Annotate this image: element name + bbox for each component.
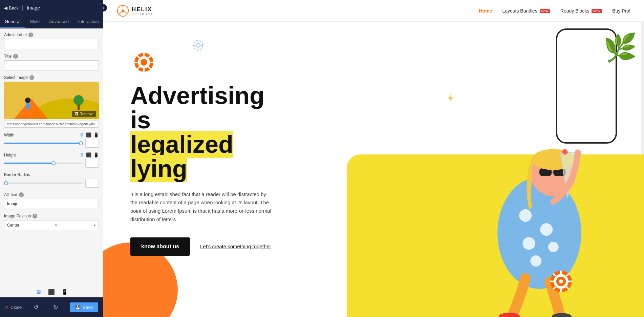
height-desktop-icon[interactable]: 🖥 (80, 152, 84, 157)
svg-point-8 (122, 9, 124, 12)
alt-text-help-icon[interactable]: ? (19, 192, 24, 197)
tab-general[interactable]: General (0, 16, 25, 28)
select-image-label: Select Image ? (4, 75, 99, 80)
preview-desktop-icon[interactable]: 🖥 (35, 289, 41, 296)
svg-point-39 (562, 149, 568, 155)
close-button[interactable]: ✕ Close (5, 305, 22, 310)
width-label: Width (4, 133, 80, 138)
admin-label-input[interactable] (4, 39, 99, 49)
width-slider-row: 1885 (4, 139, 99, 148)
width-group: Width 🖥 ⬛ 📱 1885 (4, 132, 99, 148)
width-row: Width 🖥 ⬛ 📱 (4, 132, 99, 138)
image-position-help-icon[interactable]: ? (33, 214, 37, 218)
title-input[interactable] (4, 60, 99, 70)
width-slider-thumb[interactable] (79, 141, 83, 145)
height-tablet-icon[interactable]: ⬛ (86, 152, 91, 157)
height-mobile-icon[interactable]: 📱 (93, 152, 99, 157)
character-svg (421, 51, 644, 317)
logo-text-group: HELIX ULTIMATE (132, 6, 154, 15)
svg-point-45 (559, 279, 563, 283)
title-help-icon[interactable]: ? (13, 54, 18, 59)
svg-point-27 (519, 209, 532, 222)
height-slider-track[interactable] (4, 163, 83, 164)
tablet-icon[interactable]: ⬛ (86, 132, 91, 138)
border-radius-label: Border Radius (4, 172, 99, 177)
nav-home[interactable]: Home (479, 8, 492, 14)
hero-description: It is a long established fact that a rea… (130, 190, 273, 224)
select-clear-icon[interactable]: ✕ (55, 223, 58, 228)
admin-label-help-icon[interactable]: ? (28, 33, 33, 37)
image-position-select[interactable]: Center ✕ ▾ (4, 220, 99, 230)
height-device-icons: 🖥 ⬛ 📱 (80, 152, 99, 157)
tab-style[interactable]: Style (25, 16, 44, 28)
image-preview-inner: 🖼 Remove (4, 82, 99, 119)
tab-advanced[interactable]: Advanced (44, 16, 73, 28)
width-input[interactable]: 1885 (85, 139, 99, 148)
alt-text-input[interactable] (4, 199, 99, 209)
redo-button[interactable]: ↻ (50, 303, 61, 311)
remove-icon: 🖼 (74, 112, 78, 116)
nav-layouts[interactable]: Layouts Bundles NEW (502, 8, 550, 14)
svg-point-30 (548, 242, 559, 252)
select-image-group: Select Image ? (4, 75, 99, 128)
remove-image-button[interactable]: 🖼 Remove (72, 111, 96, 117)
know-about-us-button[interactable]: know about us (130, 237, 190, 256)
hero-buttons: know about us Let's create something tog… (130, 237, 273, 256)
blue-spinner-svg (191, 39, 205, 52)
ready-blocks-badge: NEW (592, 9, 602, 13)
alt-text-label: Alt Text ? (4, 192, 99, 197)
back-label: Back (9, 5, 19, 10)
bottom-spinner-svg (546, 266, 576, 297)
save-icon: 💾 (75, 305, 81, 310)
image-preview[interactable]: 🖼 Remove (4, 82, 99, 119)
image-position-group: Image Position ? Center ✕ ▾ (4, 214, 99, 230)
svg-point-29 (523, 237, 535, 250)
nav-buy-pro[interactable]: Buy Pro! (612, 8, 630, 14)
width-device-icons: 🖥 ⬛ 📱 (80, 132, 99, 138)
select-image-help-icon[interactable]: ? (29, 75, 34, 80)
desktop-icon[interactable]: 🖥 (80, 132, 84, 138)
illus-orange-spinner-bottom (546, 266, 576, 297)
right-panel: HELIX ULTIMATE Home Layouts Bundles NEW … (103, 0, 644, 317)
remove-label: Remove (80, 112, 93, 116)
logo-svg (117, 5, 129, 17)
svg-point-28 (540, 223, 553, 236)
border-radius-thumb[interactable] (4, 181, 8, 185)
site-logo: HELIX ULTIMATE (117, 5, 154, 17)
logo-text: HELIX (132, 6, 154, 13)
save-button[interactable]: 💾 Save (70, 302, 98, 312)
collapse-arrow-icon: ‹ (103, 5, 104, 10)
panel-footer: ✕ Close ↺ ↻ 💾 Save (0, 297, 103, 317)
collapse-panel-button[interactable]: ‹ (100, 4, 107, 12)
hero-illustration: 🌿 (347, 22, 644, 317)
tab-interaction[interactable]: Interaction (73, 16, 104, 28)
undo-button[interactable]: ↺ (31, 303, 41, 311)
border-radius-input[interactable]: 0 (85, 179, 99, 188)
panel-content: Admin Label ? Title ? Select Image ? (0, 28, 103, 286)
height-slider-row: 1198 (4, 159, 99, 168)
admin-label-label: Admin Label ? (4, 33, 99, 37)
border-radius-slider-row: 0 (4, 179, 99, 188)
panel-header: ◀ Back | Image ‹ (0, 0, 103, 16)
admin-label-group: Admin Label ? (4, 33, 99, 49)
hero-content: Advertising is legalized lying It is a l… (103, 63, 300, 276)
alt-text-group: Alt Text ? (4, 192, 99, 209)
back-button[interactable]: ◀ Back (4, 5, 19, 10)
back-arrow-icon: ◀ (4, 5, 7, 10)
header-separator: | (22, 5, 23, 11)
height-input[interactable]: 1198 (85, 159, 99, 168)
svg-point-21 (196, 43, 200, 47)
select-arrow-icon[interactable]: ▾ (94, 223, 96, 228)
preview-tablet-icon[interactable]: ⬛ (48, 289, 55, 296)
panel-header-title: Image (27, 5, 40, 10)
nav-ready-blocks[interactable]: Ready Blocks NEW (560, 8, 602, 14)
hero-section: ✦ Advertising is legalized lying It is a… (103, 22, 644, 317)
width-slider-track[interactable] (4, 143, 83, 144)
height-slider-thumb[interactable] (51, 161, 56, 165)
title-group: Title ? (4, 54, 99, 70)
lets-create-link[interactable]: Let's create something together (200, 244, 271, 249)
preview-mobile-icon[interactable]: 📱 (62, 289, 68, 296)
svg-point-3 (25, 98, 30, 103)
border-radius-slider-track[interactable] (4, 183, 83, 184)
mobile-icon[interactable]: 📱 (93, 132, 99, 138)
